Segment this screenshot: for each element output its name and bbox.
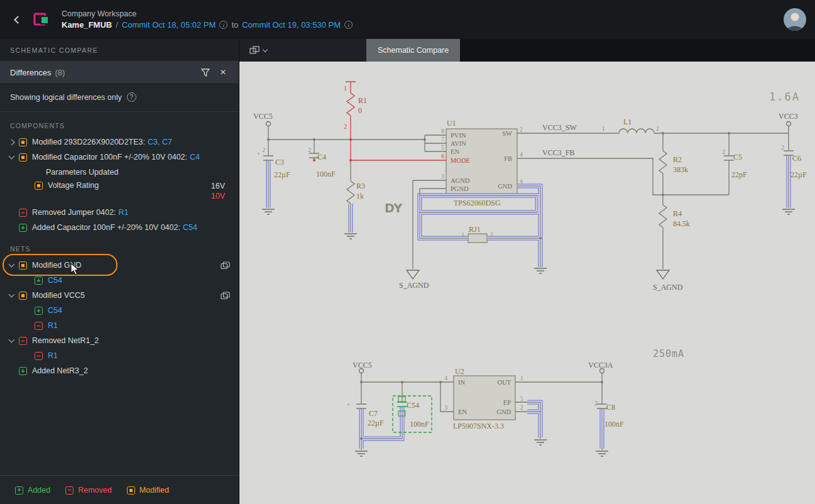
net-diff-row[interactable]: Modified GND: [0, 258, 239, 273]
components-section-label: COMPONENTS: [0, 112, 239, 134]
ground-symbols: [262, 209, 795, 456]
schematic-label: 2: [781, 145, 784, 151]
schematic-label: PGND: [451, 185, 469, 192]
project-name[interactable]: Kame_FMUB: [62, 20, 112, 30]
schematic-label: 2: [656, 126, 659, 132]
added-icon: +: [15, 486, 23, 495]
schematic-label: 4: [444, 375, 447, 381]
chevron-right-icon[interactable]: [9, 139, 15, 145]
diff-row[interactable]: −Removed Jumper 0402: R1: [0, 205, 239, 220]
modified-icon: [19, 292, 27, 300]
removed-net-r1[interactable]: [346, 82, 446, 160]
component-refs[interactable]: C3, C7: [148, 138, 172, 146]
diff-row[interactable]: +Added Capacitor 100nF +/-20% 10V 0402: …: [0, 220, 239, 235]
legend-removed: −Removed: [65, 486, 112, 495]
schematic-label: 1: [602, 126, 605, 132]
info-icon[interactable]: i: [344, 21, 353, 29]
schematic-label: PVIN: [451, 132, 466, 139]
net-ref-row[interactable]: +C54: [0, 273, 239, 288]
chevron-down-icon[interactable]: [9, 292, 15, 298]
component-refs[interactable]: C4: [190, 153, 200, 162]
rj1-body[interactable]: [468, 234, 487, 243]
schematic-canvas[interactable]: VCC5VCC3VCC3_SWVCC3_FBS_AGNDS_AGNDVCC5VC…: [239, 62, 815, 504]
components-list: Modified 293D226X9020D2TE3: C3, C7Modifi…: [0, 134, 239, 235]
panel-title: SCHEMATIC COMPARE: [0, 39, 239, 62]
net-diff-row[interactable]: −Removed NetR1_2: [0, 333, 239, 348]
show-on-schematic-icon[interactable]: [221, 292, 230, 300]
workspace-logo[interactable]: [33, 10, 52, 29]
schematic-label: GND: [496, 408, 511, 415]
show-on-schematic-icon[interactable]: [221, 261, 230, 270]
schematic-label: VCC3: [779, 112, 798, 121]
diff-row[interactable]: Voltage Rating16V10V: [0, 180, 239, 205]
filter-icon[interactable]: [199, 65, 212, 79]
schematic-label: R1: [358, 96, 367, 105]
modified-icon: [35, 182, 43, 190]
schematic-label: VCC3A: [588, 361, 613, 370]
net-ref-row[interactable]: −R1: [0, 318, 239, 333]
chevron-down-icon[interactable]: [9, 153, 15, 160]
net-ref-row[interactable]: +C54: [0, 303, 239, 318]
net-diff-label: Added NetR3_2: [32, 366, 88, 375]
diff-row[interactable]: Parameters Updated: [0, 165, 239, 180]
schematic-label: AGND: [451, 177, 470, 184]
parameter-values: 16V10V: [211, 181, 230, 201]
schematic-label: C5: [733, 153, 742, 162]
removed-icon: −: [35, 322, 43, 330]
schematic-label: 2: [520, 126, 523, 133]
schematic-label: 5: [520, 396, 523, 402]
schematic-label: LP5907SNX-3.3: [453, 422, 504, 430]
panels-dropdown[interactable]: [239, 39, 277, 62]
diff-row-label: Modified 293D226X9020D2TE3:: [32, 138, 145, 146]
main-area: Schematic Compare: [239, 39, 815, 504]
schematic-label: C6: [792, 154, 801, 163]
removed-icon: −: [19, 209, 27, 217]
schematic-label: 22pF: [731, 170, 747, 179]
schematic-labels: VCC5VCC3VCC3_SWVCC3_FBS_AGNDS_AGNDVCC5VC…: [253, 85, 807, 430]
net-ref[interactable]: R1: [48, 351, 58, 360]
schematic-label: 84.5k: [673, 219, 690, 228]
inductor-l1[interactable]: [619, 129, 654, 133]
close-icon[interactable]: ✕: [216, 65, 230, 79]
diff-row-label: Removed Jumper 0402:: [32, 208, 116, 217]
schematic-label: L1: [623, 118, 632, 126]
chevron-down-icon[interactable]: [9, 261, 15, 268]
avatar-image: [784, 8, 806, 31]
net-diff-row[interactable]: +Added NetR3_2: [0, 363, 239, 378]
net-ref[interactable]: C54: [48, 276, 62, 285]
schematic-label: +: [347, 402, 350, 408]
net-diff-row[interactable]: Modified VCC5: [0, 288, 239, 303]
schematic-label: +: [257, 151, 260, 157]
diff-row[interactable]: Modified 293D226X9020D2TE3: C3, C7: [0, 134, 239, 150]
differences-header: Differences (8) ✕: [0, 62, 239, 83]
component-refs[interactable]: C54: [183, 223, 197, 232]
diff-row[interactable]: Modified Capacitor 100nF +/-20% 10V 0402…: [0, 150, 239, 165]
schematic-label: FB: [504, 155, 512, 162]
schematic-label: 7: [441, 136, 444, 143]
schematic-label: VCC5: [253, 112, 273, 121]
tabbar-spacer: [277, 39, 366, 62]
help-icon[interactable]: ?: [127, 92, 136, 102]
schematic-label: 4: [520, 151, 523, 158]
net-ref[interactable]: C54: [48, 306, 62, 315]
removed-icon: −: [35, 352, 43, 360]
modified-icon: [19, 138, 27, 146]
back-button[interactable]: [9, 11, 26, 28]
workspace-name: Company Workspace: [62, 9, 353, 18]
schematic-label: AVIN: [451, 140, 466, 147]
schematic-label: C54: [407, 401, 419, 410]
s-agnd-symbols: [407, 270, 669, 279]
schematic-label: U2: [455, 367, 464, 376]
tab-schematic-compare[interactable]: Schematic Compare: [366, 39, 460, 62]
commit-from-link[interactable]: Commit Oct 18, 05:02 PM: [122, 20, 216, 30]
info-icon[interactable]: i: [219, 21, 227, 29]
chevron-down-icon[interactable]: [9, 337, 15, 343]
net-ref-row[interactable]: −R1: [0, 348, 239, 363]
component-refs[interactable]: R1: [118, 208, 128, 217]
chevron-down-icon: [263, 47, 268, 52]
schematic-label: 1.6A: [769, 90, 800, 103]
avatar[interactable]: [784, 8, 806, 31]
legend-added: +Added: [15, 486, 50, 495]
net-ref[interactable]: R1: [48, 321, 58, 330]
commit-to-link[interactable]: Commit Oct 19, 03:530 PM: [242, 20, 341, 30]
